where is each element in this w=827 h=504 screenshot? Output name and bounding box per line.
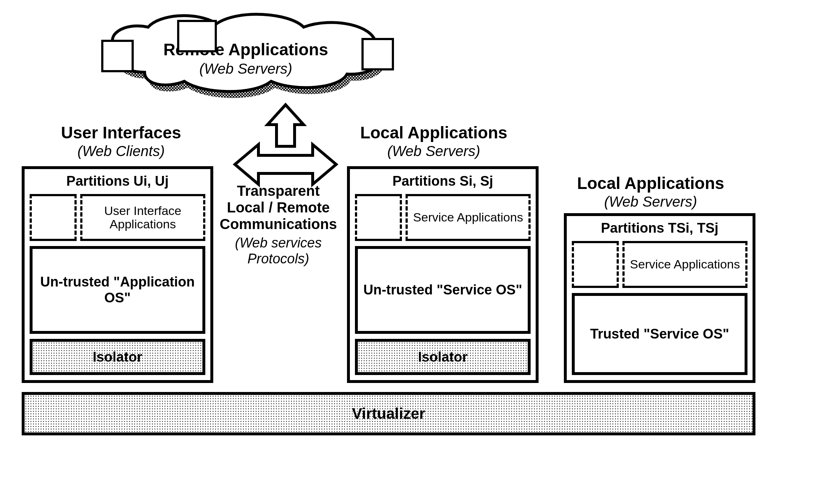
apps-box-label: Service Applications [622,241,747,288]
apps-box-empty [30,194,77,241]
apps-row: User Interface Applications [30,194,205,241]
communication-arrows [228,101,343,195]
cloud-title: Remote Applications [101,40,390,59]
heading-local-applications-2: Local Applications (Web Servers) [557,173,745,210]
os-box-untrusted: Un-trusted "Service OS" [355,246,531,334]
heading-subtitle: (Web Servers) [557,194,745,210]
heading-subtitle: (Web Clients) [34,143,208,159]
cloud-subtitle: (Web Servers) [101,61,390,77]
diagram-canvas: Remote Applications (Web Servers) User I… [0,0,827,504]
center-sub: Protocols) [210,251,347,267]
center-communications-label: Transparent Local / Remote Communication… [210,182,347,267]
virtualizer-bar: Virtualizer [22,392,755,435]
partition-title: Partitions TSi, TSj [572,220,747,236]
center-line: Communications [210,216,347,232]
center-line: Local / Remote [210,199,347,216]
cloud-node-box [101,40,134,72]
heading-local-applications-1: Local Applications (Web Servers) [340,123,528,159]
os-box-untrusted: Un-trusted "Application OS" [30,246,205,334]
center-sub: (Web services [210,235,347,251]
cloud-node-box [177,20,217,52]
apps-box-empty [572,241,619,288]
heading-title: Local Applications [557,173,745,193]
heading-title: Local Applications [340,123,528,142]
heading-title: User Interfaces [34,123,208,142]
partition-user-interfaces: Partitions Ui, Uj User Interface Applica… [22,166,213,383]
cloud-remote-applications: Remote Applications (Web Servers) [101,11,398,105]
apps-row: Service Applications [572,241,747,288]
heading-user-interfaces: User Interfaces (Web Clients) [34,123,208,159]
apps-row: Service Applications [355,194,531,241]
partition-title: Partitions Ui, Uj [30,173,205,189]
partition-local-apps-untrusted: Partitions Si, Sj Service Applications U… [347,166,539,383]
heading-subtitle: (Web Servers) [340,143,528,159]
apps-box-empty [355,194,402,241]
apps-box-label: User Interface Applications [80,194,205,241]
partition-title: Partitions Si, Sj [355,173,531,189]
isolator-box: Isolator [30,339,205,375]
apps-box-label: Service Applications [406,194,531,241]
partition-local-apps-trusted: Partitions TSi, TSj Service Applications… [564,213,755,383]
os-box-trusted: Trusted "Service OS" [572,293,747,375]
cloud-node-box [361,38,394,70]
isolator-box: Isolator [355,339,531,375]
